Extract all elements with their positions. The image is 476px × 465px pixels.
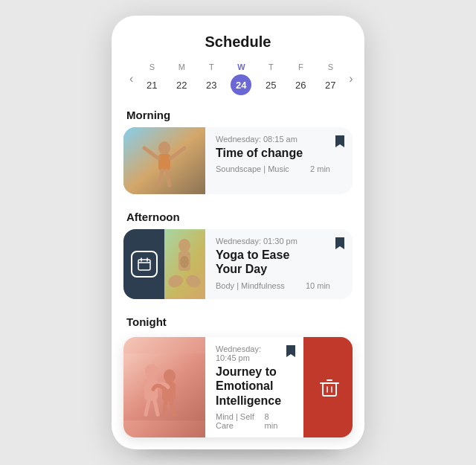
- phone-wrapper: Schedule ‹ S 21 M 22 T 23 W 24: [112, 16, 364, 449]
- afternoon-activity-name: Yoga to Ease Your Day: [216, 248, 330, 276]
- morning-activity-card[interactable]: Wednesday: 08:15 am Time of change Sound…: [123, 127, 353, 194]
- svg-rect-7: [138, 260, 150, 270]
- svg-rect-26: [323, 383, 336, 396]
- afternoon-activity-info: Wednesday: 01:30 pm Yoga to Ease Your Da…: [205, 229, 353, 299]
- calendar-day-tue[interactable]: T 23: [199, 62, 224, 95]
- calendar-day-thu[interactable]: T 25: [258, 62, 283, 95]
- tonight-activity-meta: Mind | Self Care 8 min: [216, 412, 281, 430]
- tonight-activity-time: Wednesday: 10:45 pm: [216, 344, 281, 362]
- day-letter-sat: S: [328, 62, 333, 71]
- day-letter-tue: T: [209, 62, 214, 71]
- day-letter-sun: S: [149, 62, 155, 71]
- svg-rect-2: [158, 154, 170, 170]
- tonight-main-content: Wednesday: 10:45 pm Journey to Emotional…: [123, 337, 303, 437]
- calendar-day-wed[interactable]: W 24: [228, 62, 254, 95]
- morning-bookmark-icon[interactable]: [335, 135, 345, 150]
- day-letter-fri: F: [298, 62, 303, 71]
- calendar-day-fri[interactable]: F 26: [288, 62, 313, 95]
- tonight-activity-tags: Mind | Self Care: [216, 412, 265, 430]
- day-num-mon: 22: [171, 74, 192, 95]
- calendar-day-sat[interactable]: S 27: [318, 62, 343, 95]
- day-letter-mon: M: [178, 62, 185, 71]
- day-num-thu: 25: [260, 74, 281, 95]
- afternoon-bookmark-icon[interactable]: [335, 237, 345, 252]
- morning-activity-tags: Soundscape | Music: [216, 164, 289, 173]
- calendar-day-mon[interactable]: M 22: [169, 62, 194, 95]
- day-num-sat: 27: [320, 74, 341, 95]
- svg-point-1: [158, 141, 170, 155]
- page-title: Schedule: [112, 33, 364, 51]
- day-num-sun: 21: [141, 74, 162, 95]
- morning-thumbnail: [123, 127, 205, 194]
- svg-point-12: [178, 239, 190, 252]
- afternoon-dark-thumb: [123, 229, 164, 299]
- delete-button[interactable]: [303, 337, 353, 437]
- tonight-thumbnail: [123, 337, 205, 437]
- calendar-days: S 21 M 22 T 23 W 24 T 25: [139, 62, 343, 95]
- afternoon-thumbnails: [123, 229, 205, 299]
- afternoon-activity-meta: Body | Mindfulness 10 min: [216, 281, 330, 290]
- day-num-tue: 23: [201, 74, 222, 95]
- tonight-activity-card[interactable]: Wednesday: 10:45 pm Journey to Emotional…: [123, 337, 353, 437]
- svg-line-24: [164, 402, 166, 415]
- morning-activity-meta: Soundscape | Music 2 min: [216, 164, 330, 173]
- morning-activity-time: Wednesday: 08:15 am: [216, 135, 330, 144]
- calendar-week: ‹ S 21 M 22 T 23 W 24: [112, 62, 364, 95]
- afternoon-activity-time: Wednesday: 01:30 pm: [216, 237, 330, 246]
- day-letter-wed: W: [237, 62, 245, 71]
- tonight-activity-name: Journey to Emotional Intelligence: [216, 365, 281, 408]
- morning-activity-info: Wednesday: 08:15 am Time of change Sound…: [205, 127, 353, 194]
- svg-point-18: [145, 365, 158, 379]
- day-num-fri: 26: [290, 74, 311, 95]
- phone-card: Schedule ‹ S 21 M 22 T 23 W 24: [112, 16, 364, 449]
- afternoon-activity-card[interactable]: Wednesday: 01:30 pm Yoga to Ease Your Da…: [123, 229, 353, 299]
- day-letter-thu: T: [268, 62, 274, 71]
- prev-week-button[interactable]: ‹: [123, 69, 139, 89]
- tonight-section-label: Tonight: [112, 305, 364, 334]
- svg-point-14: [180, 256, 189, 268]
- afternoon-section-label: Afternoon: [112, 200, 364, 229]
- morning-activity-name: Time of change: [216, 146, 330, 160]
- svg-rect-20: [144, 379, 158, 401]
- day-num-wed: 24: [231, 74, 251, 95]
- afternoon-activity-tags: Body | Mindfulness: [216, 281, 285, 290]
- next-week-button[interactable]: ›: [343, 69, 358, 89]
- tonight-activity-duration: 8 min: [265, 412, 281, 430]
- afternoon-person-thumb: [164, 229, 205, 299]
- afternoon-activity-duration: 10 min: [306, 281, 330, 290]
- calendar-day-sun[interactable]: S 21: [139, 62, 164, 95]
- svg-point-19: [164, 370, 176, 383]
- calendar-icon: [131, 251, 158, 278]
- tonight-bookmark-icon[interactable]: [286, 344, 296, 360]
- morning-section-label: Morning: [112, 98, 364, 127]
- morning-activity-duration: 2 min: [310, 164, 330, 173]
